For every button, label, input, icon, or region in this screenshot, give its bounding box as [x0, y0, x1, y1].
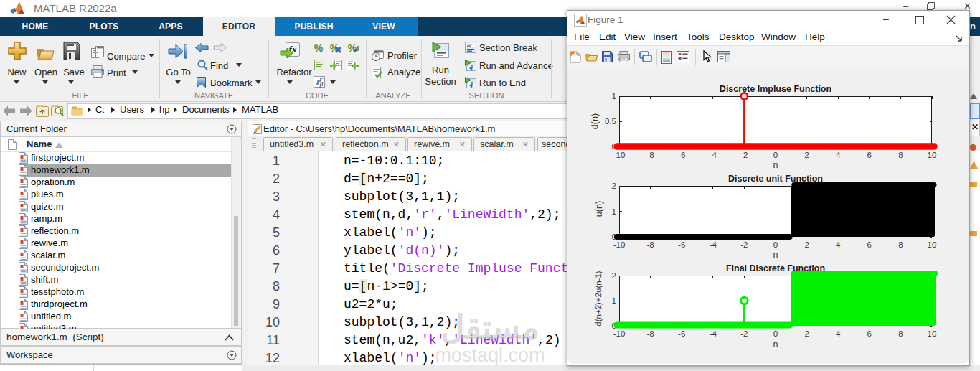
- svg-text:-10: -10: [613, 329, 626, 338]
- svg-text:-2: -2: [740, 151, 748, 159]
- svg-text:-4: -4: [710, 240, 717, 249]
- svg-text:6: 6: [867, 240, 872, 249]
- svg-text:-2: -2: [740, 329, 748, 338]
- svg-text:-8: -8: [646, 240, 654, 249]
- svg-text:1: 1: [612, 207, 616, 216]
- svg-text:1: 1: [612, 296, 616, 305]
- svg-text:0: 0: [773, 151, 778, 159]
- svg-text:%: %: [348, 43, 357, 54]
- svg-text:-6: -6: [678, 240, 685, 249]
- svg-text:n: n: [773, 339, 778, 349]
- svg-text:0: 0: [773, 329, 778, 338]
- svg-text:6: 6: [867, 329, 872, 338]
- svg-text:-10: -10: [613, 151, 626, 159]
- svg-text:-10: -10: [613, 240, 626, 249]
- svg-text:4: 4: [836, 240, 841, 249]
- svg-text:10: 10: [928, 151, 937, 159]
- svg-text:-4: -4: [710, 329, 717, 338]
- svg-text:-2: -2: [740, 240, 748, 249]
- svg-text:u(n): u(n): [594, 201, 604, 217]
- svg-text:-4: -4: [710, 151, 717, 159]
- svg-text:0: 0: [773, 240, 778, 249]
- svg-text:-6: -6: [678, 329, 685, 338]
- svg-text:10: 10: [928, 329, 937, 338]
- svg-text:2: 2: [804, 240, 809, 249]
- svg-text:-8: -8: [646, 329, 654, 338]
- svg-text:n: n: [773, 160, 778, 170]
- svg-text:6: 6: [867, 151, 872, 159]
- svg-text:8: 8: [898, 240, 903, 249]
- svg-text:8: 8: [898, 151, 903, 159]
- svg-text:10: 10: [928, 240, 937, 249]
- svg-text:fi: fi: [319, 80, 324, 88]
- svg-text:d(n+2)+2u(n-1): d(n+2)+2u(n-1): [594, 271, 603, 327]
- svg-text:n: n: [773, 250, 778, 260]
- svg-text:d(n): d(n): [590, 113, 600, 129]
- svg-text:2: 2: [804, 151, 809, 159]
- svg-text:%: %: [314, 43, 324, 54]
- svg-text:-8: -8: [646, 151, 654, 159]
- svg-text:8: 8: [898, 329, 903, 338]
- svg-text:-6: -6: [678, 151, 685, 159]
- svg-text:2: 2: [804, 329, 809, 338]
- svg-text:4: 4: [836, 329, 841, 338]
- svg-text:4: 4: [836, 151, 841, 159]
- svg-text:0.5: 0.5: [605, 117, 616, 126]
